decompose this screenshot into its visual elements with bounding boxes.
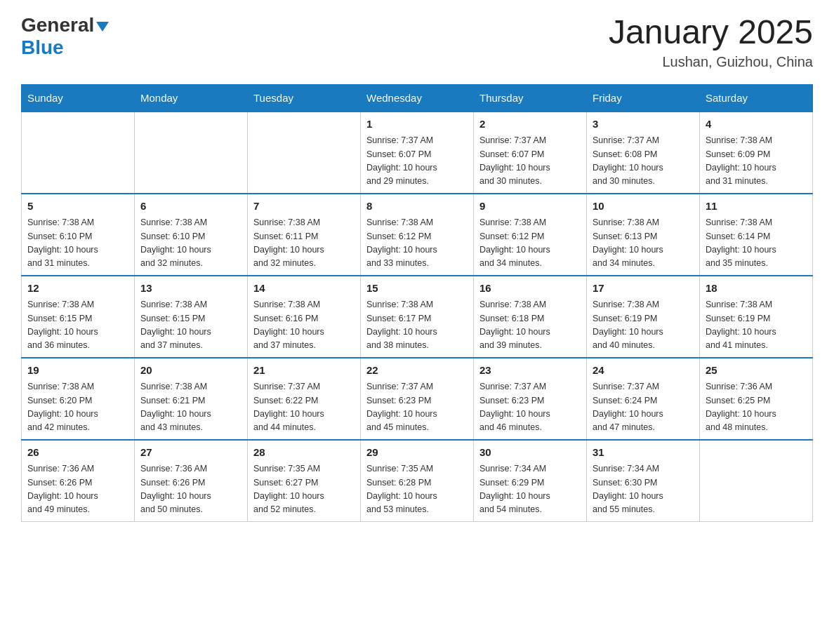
- day-info: Sunrise: 7:38 AM Sunset: 6:19 PM Dayligh…: [593, 298, 694, 353]
- day-info: Sunrise: 7:38 AM Sunset: 6:16 PM Dayligh…: [253, 298, 355, 353]
- calendar-cell: 13Sunrise: 7:38 AM Sunset: 6:15 PM Dayli…: [135, 276, 248, 358]
- logo-general-text: General: [21, 14, 94, 36]
- day-info: Sunrise: 7:38 AM Sunset: 6:15 PM Dayligh…: [27, 298, 128, 353]
- day-number: 7: [253, 199, 355, 215]
- day-info: Sunrise: 7:38 AM Sunset: 6:11 PM Dayligh…: [253, 216, 355, 271]
- day-of-week-header: Wednesday: [361, 84, 474, 112]
- logo-blue-text: Blue: [21, 36, 64, 59]
- day-info: Sunrise: 7:38 AM Sunset: 6:09 PM Dayligh…: [706, 134, 807, 189]
- title-section: January 2025 Lushan, Guizhou, China: [609, 14, 813, 70]
- day-info: Sunrise: 7:38 AM Sunset: 6:10 PM Dayligh…: [27, 216, 128, 271]
- calendar-cell: 2Sunrise: 7:37 AM Sunset: 6:07 PM Daylig…: [474, 112, 587, 194]
- day-info: Sunrise: 7:37 AM Sunset: 6:07 PM Dayligh…: [479, 134, 581, 189]
- calendar-week-row: 26Sunrise: 7:36 AM Sunset: 6:26 PM Dayli…: [22, 440, 813, 522]
- day-number: 2: [479, 116, 581, 133]
- calendar-cell: 23Sunrise: 7:37 AM Sunset: 6:23 PM Dayli…: [474, 358, 587, 440]
- location-text: Lushan, Guizhou, China: [609, 54, 813, 70]
- calendar-cell: 1Sunrise: 7:37 AM Sunset: 6:07 PM Daylig…: [361, 112, 474, 194]
- calendar-header: SundayMondayTuesdayWednesdayThursdayFrid…: [22, 84, 813, 112]
- day-number: 27: [140, 445, 241, 461]
- day-info: Sunrise: 7:37 AM Sunset: 6:23 PM Dayligh…: [479, 380, 581, 435]
- day-number: 28: [253, 445, 355, 461]
- day-info: Sunrise: 7:38 AM Sunset: 6:12 PM Dayligh…: [479, 216, 581, 271]
- day-info: Sunrise: 7:36 AM Sunset: 6:26 PM Dayligh…: [140, 462, 241, 517]
- day-of-week-header: Tuesday: [248, 84, 361, 112]
- day-info: Sunrise: 7:38 AM Sunset: 6:21 PM Dayligh…: [140, 380, 241, 435]
- calendar-body: 1Sunrise: 7:37 AM Sunset: 6:07 PM Daylig…: [22, 112, 813, 522]
- day-info: Sunrise: 7:38 AM Sunset: 6:10 PM Dayligh…: [140, 216, 241, 271]
- day-info: Sunrise: 7:36 AM Sunset: 6:26 PM Dayligh…: [27, 462, 128, 517]
- day-of-week-header: Thursday: [474, 84, 587, 112]
- day-number: 3: [593, 116, 694, 133]
- calendar-cell: 11Sunrise: 7:38 AM Sunset: 6:14 PM Dayli…: [700, 194, 813, 276]
- day-number: 20: [140, 363, 241, 379]
- day-of-week-header: Monday: [135, 84, 248, 112]
- day-number: 13: [140, 281, 241, 297]
- calendar-cell: [248, 112, 361, 194]
- day-number: 25: [706, 363, 807, 379]
- calendar-cell: 12Sunrise: 7:38 AM Sunset: 6:15 PM Dayli…: [22, 276, 135, 358]
- day-number: 1: [366, 116, 468, 133]
- calendar-cell: 31Sunrise: 7:34 AM Sunset: 6:30 PM Dayli…: [587, 440, 700, 522]
- calendar-week-row: 1Sunrise: 7:37 AM Sunset: 6:07 PM Daylig…: [22, 112, 813, 194]
- day-info: Sunrise: 7:35 AM Sunset: 6:27 PM Dayligh…: [253, 462, 355, 517]
- calendar-cell: 4Sunrise: 7:38 AM Sunset: 6:09 PM Daylig…: [700, 112, 813, 194]
- day-number: 11: [706, 199, 807, 215]
- day-info: Sunrise: 7:38 AM Sunset: 6:17 PM Dayligh…: [366, 298, 468, 353]
- day-number: 8: [366, 199, 468, 215]
- calendar-week-row: 12Sunrise: 7:38 AM Sunset: 6:15 PM Dayli…: [22, 276, 813, 358]
- calendar-cell: 28Sunrise: 7:35 AM Sunset: 6:27 PM Dayli…: [248, 440, 361, 522]
- logo: General Blue: [21, 14, 109, 59]
- day-info: Sunrise: 7:37 AM Sunset: 6:24 PM Dayligh…: [593, 380, 694, 435]
- calendar-cell: 7Sunrise: 7:38 AM Sunset: 6:11 PM Daylig…: [248, 194, 361, 276]
- calendar-cell: 29Sunrise: 7:35 AM Sunset: 6:28 PM Dayli…: [361, 440, 474, 522]
- day-number: 30: [479, 445, 581, 461]
- day-of-week-header: Sunday: [22, 84, 135, 112]
- day-info: Sunrise: 7:38 AM Sunset: 6:20 PM Dayligh…: [27, 380, 128, 435]
- calendar-week-row: 5Sunrise: 7:38 AM Sunset: 6:10 PM Daylig…: [22, 194, 813, 276]
- day-number: 19: [27, 363, 128, 379]
- calendar-cell: 9Sunrise: 7:38 AM Sunset: 6:12 PM Daylig…: [474, 194, 587, 276]
- calendar-cell: 24Sunrise: 7:37 AM Sunset: 6:24 PM Dayli…: [587, 358, 700, 440]
- calendar-cell: [135, 112, 248, 194]
- day-info: Sunrise: 7:38 AM Sunset: 6:18 PM Dayligh…: [479, 298, 581, 353]
- day-number: 10: [593, 199, 694, 215]
- calendar-week-row: 19Sunrise: 7:38 AM Sunset: 6:20 PM Dayli…: [22, 358, 813, 440]
- calendar-cell: 5Sunrise: 7:38 AM Sunset: 6:10 PM Daylig…: [22, 194, 135, 276]
- calendar-cell: 17Sunrise: 7:38 AM Sunset: 6:19 PM Dayli…: [587, 276, 700, 358]
- calendar-table: SundayMondayTuesdayWednesdayThursdayFrid…: [21, 84, 813, 522]
- day-number: 23: [479, 363, 581, 379]
- calendar-cell: 19Sunrise: 7:38 AM Sunset: 6:20 PM Dayli…: [22, 358, 135, 440]
- day-number: 12: [27, 281, 128, 297]
- logo-arrow-icon: [96, 22, 109, 32]
- calendar-cell: 14Sunrise: 7:38 AM Sunset: 6:16 PM Dayli…: [248, 276, 361, 358]
- day-info: Sunrise: 7:34 AM Sunset: 6:30 PM Dayligh…: [593, 462, 694, 517]
- calendar-cell: 8Sunrise: 7:38 AM Sunset: 6:12 PM Daylig…: [361, 194, 474, 276]
- day-number: 26: [27, 445, 128, 461]
- calendar-cell: [700, 440, 813, 522]
- calendar-cell: 10Sunrise: 7:38 AM Sunset: 6:13 PM Dayli…: [587, 194, 700, 276]
- calendar-cell: 15Sunrise: 7:38 AM Sunset: 6:17 PM Dayli…: [361, 276, 474, 358]
- calendar-cell: 18Sunrise: 7:38 AM Sunset: 6:19 PM Dayli…: [700, 276, 813, 358]
- calendar-cell: 26Sunrise: 7:36 AM Sunset: 6:26 PM Dayli…: [22, 440, 135, 522]
- calendar-cell: 27Sunrise: 7:36 AM Sunset: 6:26 PM Dayli…: [135, 440, 248, 522]
- day-info: Sunrise: 7:37 AM Sunset: 6:08 PM Dayligh…: [593, 134, 694, 189]
- day-number: 22: [366, 363, 468, 379]
- calendar-cell: [22, 112, 135, 194]
- day-number: 17: [593, 281, 694, 297]
- day-info: Sunrise: 7:34 AM Sunset: 6:29 PM Dayligh…: [479, 462, 581, 517]
- calendar-cell: 25Sunrise: 7:36 AM Sunset: 6:25 PM Dayli…: [700, 358, 813, 440]
- day-number: 6: [140, 199, 241, 215]
- calendar-cell: 6Sunrise: 7:38 AM Sunset: 6:10 PM Daylig…: [135, 194, 248, 276]
- calendar-cell: 3Sunrise: 7:37 AM Sunset: 6:08 PM Daylig…: [587, 112, 700, 194]
- day-info: Sunrise: 7:36 AM Sunset: 6:25 PM Dayligh…: [706, 380, 807, 435]
- day-number: 24: [593, 363, 694, 379]
- calendar-cell: 16Sunrise: 7:38 AM Sunset: 6:18 PM Dayli…: [474, 276, 587, 358]
- calendar-cell: 21Sunrise: 7:37 AM Sunset: 6:22 PM Dayli…: [248, 358, 361, 440]
- day-of-week-header: Saturday: [700, 84, 813, 112]
- day-info: Sunrise: 7:35 AM Sunset: 6:28 PM Dayligh…: [366, 462, 468, 517]
- day-number: 29: [366, 445, 468, 461]
- month-title: January 2025: [609, 14, 813, 51]
- day-number: 15: [366, 281, 468, 297]
- day-number: 5: [27, 199, 128, 215]
